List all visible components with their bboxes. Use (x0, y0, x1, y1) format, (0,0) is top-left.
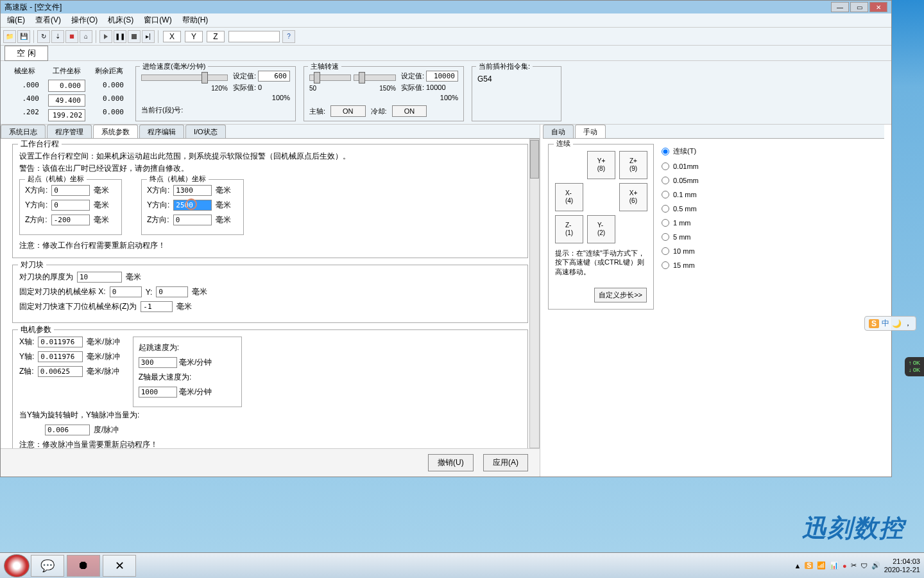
tool-probe-icon[interactable]: ⇣ (51, 30, 64, 43)
step-cont[interactable]: 连续(T) (662, 146, 699, 156)
end-z-input[interactable] (173, 215, 212, 225)
coolant-on-button[interactable]: ON (392, 105, 427, 117)
tool-thick-input[interactable] (77, 272, 122, 283)
tab-progedit[interactable]: 程序编辑 (139, 125, 184, 138)
minimize-button[interactable]: — (831, 2, 849, 12)
tool-fieldset: 对刀块 对刀块的厚度为毫米 固定对刀块的机械坐标 X:Y:毫米 固定对刀快速下刀… (12, 265, 528, 323)
tab-syslog[interactable]: 系统日志 (1, 125, 46, 138)
motor-y-input[interactable] (38, 351, 83, 362)
menu-window[interactable]: 窗口(W) (140, 13, 175, 27)
mach-y: .400 (6, 93, 43, 104)
tab-manual[interactable]: 手动 (575, 125, 606, 138)
jog-x-plus[interactable]: X+(6) (619, 183, 647, 211)
jog-y-minus[interactable]: Y-(2) (587, 215, 615, 243)
cmdset-val: G54 (477, 74, 556, 83)
work-y[interactable]: 49.400 (48, 94, 85, 107)
tray-sec-icon[interactable]: 🛡 (860, 562, 868, 570)
tool-stop-icon[interactable]: ⏹ (65, 30, 78, 43)
step-10[interactable]: 10 mm (662, 247, 699, 255)
maximize-button[interactable]: ▭ (850, 2, 868, 12)
tab-iostatus[interactable]: I/O状态 (185, 125, 226, 138)
start-button[interactable] (4, 554, 30, 577)
motor-jump-input[interactable] (139, 357, 177, 368)
tool-stop2-icon[interactable] (128, 30, 141, 43)
end-y-input[interactable] (173, 200, 212, 211)
tab-auto[interactable]: 自动 (543, 125, 574, 138)
tray-vol-icon[interactable]: 🔊 (871, 561, 880, 570)
motor-z-input[interactable] (38, 366, 83, 377)
tray-scissor-icon[interactable]: ✂ (851, 561, 857, 570)
workarea-desc2: 警告：该值在出厂时已经设置好，请勿擅自修改。 (19, 163, 521, 174)
tray-ime-icon[interactable]: S (805, 562, 813, 569)
jog-z-plus[interactable]: Z+(9) (619, 151, 647, 179)
tray-clock[interactable]: 21:04:03 2020-12-21 (884, 557, 920, 573)
tab-sysparam[interactable]: 系统参数 (93, 125, 138, 138)
step-005[interactable]: 0.05mm (662, 177, 699, 184)
workarea-legend: 工作台行程 (18, 139, 62, 150)
jog-area: 连续 Y+(8) Z+(9) X-(4) X+(6) Z-(1) Y-(2) 提… (543, 139, 884, 315)
spindle-slider2[interactable] (354, 74, 395, 81)
work-z[interactable]: 199.202 (48, 109, 85, 121)
jog-x-minus[interactable]: X-(4) (555, 183, 583, 211)
menu-operate[interactable]: 操作(O) (67, 13, 101, 27)
motor-x-input[interactable] (38, 337, 83, 347)
netspeed-widget[interactable]: ↑ 0K ↓ 0K (905, 357, 924, 376)
tool-step-icon[interactable]: ▸| (142, 30, 155, 43)
step-05[interactable]: 0.5 mm (662, 205, 699, 213)
mach-x: .000 (6, 80, 43, 91)
tool-open-icon[interactable]: 📁 (3, 30, 16, 43)
step-15[interactable]: 15 mm (662, 261, 699, 269)
axis-z[interactable]: Z (207, 31, 225, 42)
tray-dot-icon[interactable]: ● (843, 562, 847, 570)
feed-slider[interactable] (141, 74, 228, 81)
tool-play-icon[interactable] (99, 30, 112, 43)
tool-save-icon[interactable]: 💾 (17, 30, 30, 43)
menu-view[interactable]: 查看(V) (31, 13, 65, 27)
tray-chart-icon[interactable]: 📊 (830, 561, 839, 570)
axis-blank[interactable] (228, 31, 280, 42)
work-x[interactable]: 0.000 (48, 80, 85, 92)
tool-help-icon[interactable]: ? (282, 30, 295, 43)
tool-fixx-input[interactable] (110, 286, 142, 297)
task-cnc[interactable]: ✕ (103, 555, 136, 577)
ime-toolbar[interactable]: S 中 🌙 ， (864, 316, 916, 331)
tool-home-icon[interactable]: ⌂ (80, 30, 92, 43)
custom-step-button[interactable]: 自定义步长>> (594, 288, 647, 302)
tray-net-icon[interactable]: 📶 (817, 561, 826, 570)
end-x-input[interactable] (173, 185, 212, 196)
start-y-input[interactable] (51, 200, 90, 211)
menu-edit[interactable]: 编(E) (3, 13, 29, 27)
feed-set-val[interactable]: 600 (258, 71, 290, 82)
menu-machine[interactable]: 机床(S) (104, 13, 137, 27)
axis-y[interactable]: Y (185, 31, 203, 42)
status-bar: 空 闲 (1, 46, 891, 61)
axis-x[interactable]: X (163, 31, 181, 42)
task-wechat[interactable]: 💬 (31, 555, 64, 577)
step-1[interactable]: 1 mm (662, 219, 699, 227)
undo-button[interactable]: 撤销(U) (428, 454, 474, 471)
step-01[interactable]: 0.1 mm (662, 191, 699, 198)
apply-button[interactable]: 应用(A) (483, 454, 528, 471)
tool-reset-icon[interactable]: ↻ (37, 30, 50, 43)
jog-z-minus[interactable]: Z-(1) (555, 215, 583, 243)
system-tray: ▲ S 📶 📊 ● ✂ 🛡 🔊 21:04:03 2020-12-21 (794, 557, 921, 573)
scrollbar[interactable] (529, 139, 540, 448)
step-001[interactable]: 0.01mm (662, 162, 699, 170)
motor-rot-input[interactable] (45, 425, 90, 435)
spindle-slider1[interactable] (309, 74, 351, 81)
close-button[interactable]: ✕ (869, 2, 887, 12)
task-record[interactable]: ⏺ (67, 555, 100, 577)
tool-fastz-input[interactable] (141, 301, 173, 312)
sp-set-val[interactable]: 10000 (426, 71, 458, 82)
tool-fixy-input[interactable] (156, 286, 188, 297)
tool-pause-icon[interactable]: ❚❚ (114, 30, 126, 43)
menu-help[interactable]: 帮助(H) (178, 13, 212, 27)
tab-progmgr[interactable]: 程序管理 (47, 125, 92, 138)
start-z-input[interactable] (51, 215, 90, 225)
jog-y-plus[interactable]: Y+(8) (587, 151, 615, 179)
start-x-input[interactable] (51, 185, 90, 196)
motor-zmax-input[interactable] (139, 387, 177, 398)
step-5[interactable]: 5 mm (662, 233, 699, 241)
tray-flag-icon[interactable]: ▲ (794, 562, 801, 570)
spindle-on-button[interactable]: ON (330, 105, 366, 117)
